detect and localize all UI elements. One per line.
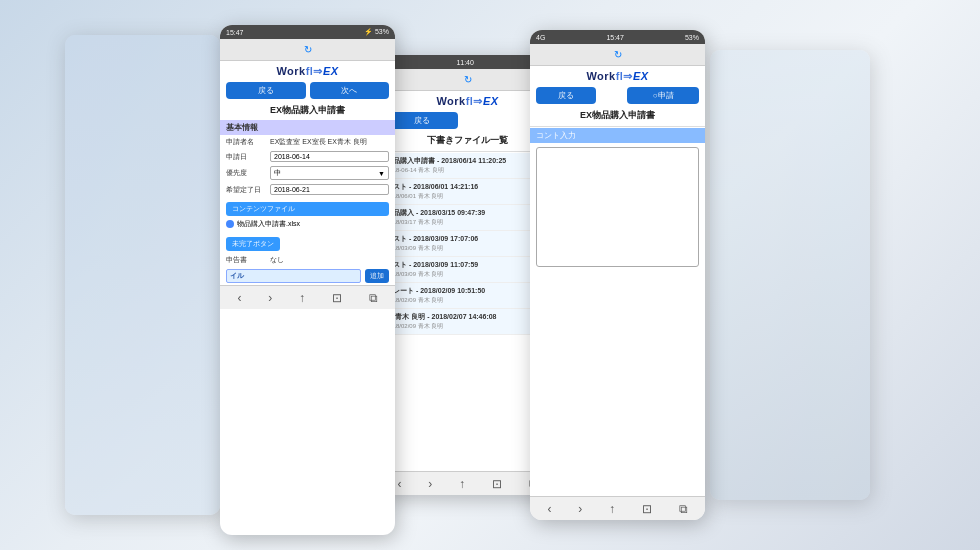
- list-item-title-1: テスト - 2018/06/01 14:21:16: [386, 182, 549, 192]
- content-tab-phone2[interactable]: コンテンツファイル: [226, 202, 389, 216]
- browser-bar-phone2: ‹ › ↑ ⊡ ⧉: [220, 285, 395, 309]
- nav-buttons-phone2: 戻る 次へ: [220, 80, 395, 101]
- forward-icon-phone4[interactable]: ›: [578, 502, 582, 516]
- app-header-phone4: Workfl⇒EX: [530, 66, 705, 85]
- status-bar-phone4: 4G 15:47 53%: [530, 30, 705, 44]
- carrier-phone2: 15:47: [226, 29, 244, 36]
- browser-bar-phone4: ‹ › ↑ ⊡ ⧉: [530, 496, 705, 520]
- next-button-phone2[interactable]: 次へ: [310, 82, 390, 99]
- add-row-phone2: イル 追加: [220, 267, 395, 285]
- list-item-title-0: 物品購入申請書 - 2018/06/14 11:20:25: [386, 156, 549, 166]
- field-deadline: 希望定了日 2018-06-21: [220, 182, 395, 197]
- page-title-phone2: EX物品購入申請書: [220, 101, 395, 120]
- list-item-2[interactable]: 物品購入 - 2018/03/15 09:47:39 2018/03/17 青木…: [380, 205, 555, 231]
- phone-form-screen: 15:47 ⚡ 53% ↻ Workfl⇒EX 戻る 次へ EX物品購入申請書 …: [220, 25, 395, 535]
- list-item-meta-5: 2018/02/09 青木 良明: [386, 296, 549, 305]
- label-applicant: 申請者名: [226, 137, 266, 147]
- back-icon-phone2[interactable]: ‹: [237, 291, 241, 305]
- nav-bar-phone3: ↻: [380, 69, 555, 91]
- share-icon-phone3[interactable]: ↑: [459, 477, 465, 491]
- forward-icon-phone2[interactable]: ›: [268, 291, 272, 305]
- tabs-icon-phone4[interactable]: ⧉: [679, 502, 688, 516]
- back-button-phone2[interactable]: 戻る: [226, 82, 306, 99]
- app-logo-phone2: Workfl⇒EX: [228, 65, 387, 78]
- reload-btn-phone2[interactable]: ↻: [304, 44, 312, 55]
- nav-buttons-phone4: 戻る ○申請: [530, 85, 705, 106]
- app-logo-phone4: Workfl⇒EX: [538, 70, 697, 83]
- list-item-meta-1: 2018/06/01 青木 良明: [386, 192, 549, 201]
- forward-icon-phone3[interactable]: ›: [428, 477, 432, 491]
- label-date: 申請日: [226, 152, 266, 162]
- status-bar-phone2: 15:47 ⚡ 53%: [220, 25, 395, 39]
- list-item-title-2: 物品購入 - 2018/03/15 09:47:39: [386, 208, 549, 218]
- phone-list-screen: 4G 11:40 92% ↻ Workfl⇒EX 戻る 下書きファイル一覧 物品…: [380, 55, 555, 495]
- incomplete-btn[interactable]: 未完了ボタン: [226, 237, 280, 251]
- time-phone3: 11:40: [456, 59, 474, 66]
- back-icon-phone3[interactable]: ‹: [397, 477, 401, 491]
- file-name-phone2: 物品購入申請書.xlsx: [237, 219, 300, 229]
- list-item-meta-4: 2018/03/09 青木 良明: [386, 270, 549, 279]
- phone-input-screen: 4G 15:47 53% ↻ Workfl⇒EX 戻る ○申請 EX物品購入申請…: [530, 30, 705, 520]
- list-item-title-4: テスト - 2018/03/09 11:07:59: [386, 260, 549, 270]
- tabs-icon-phone2[interactable]: ⧉: [369, 291, 378, 305]
- priority-value: 中: [274, 168, 281, 178]
- nav-bar-phone2: ↻: [220, 39, 395, 61]
- carrier-phone4: 4G: [536, 34, 545, 41]
- add-btn-phone2[interactable]: 追加: [365, 269, 389, 283]
- input-deadline[interactable]: 2018-06-21: [270, 184, 389, 195]
- label-deadline: 希望定了日: [226, 185, 266, 195]
- add-input-phone2[interactable]: イル: [226, 269, 361, 283]
- back-button-phone4[interactable]: 戻る: [536, 87, 596, 104]
- label-priority: 優先度: [226, 168, 266, 178]
- status-bar-phone3: 4G 11:40 92%: [380, 55, 555, 69]
- browser-bar-phone3: ‹ › ↑ ⊡ ⧉: [380, 471, 555, 495]
- list-item-4[interactable]: テスト - 2018/03/09 11:07:59 2018/03/09 青木 …: [380, 257, 555, 283]
- file-row-phone2: 物品購入申請書.xlsx: [220, 218, 395, 230]
- select-priority[interactable]: 中 ▼: [270, 166, 389, 180]
- page-title-phone4: EX物品購入申請書: [530, 106, 705, 125]
- list-item-1[interactable]: テスト - 2018/06/01 14:21:16 2018/06/01 青木 …: [380, 179, 555, 205]
- list-item-5[interactable]: プレート - 2018/02/09 10:51:50 2018/02/09 青木…: [380, 283, 555, 309]
- list-item-meta-6: 2018/02/09 青木 良明: [386, 322, 549, 331]
- apply-button-phone4[interactable]: ○申請: [627, 87, 699, 104]
- comment-label: 申告書: [226, 255, 266, 265]
- signal-phone2: ⚡ 53%: [364, 28, 389, 36]
- nav-bar-phone4: ↻: [530, 44, 705, 66]
- section-basic-phone2: 基本情報: [220, 120, 395, 135]
- textarea-phone4[interactable]: [536, 147, 699, 267]
- list-item-0[interactable]: 物品購入申請書 - 2018/06/14 11:20:25 2018-06-14…: [380, 153, 555, 179]
- comment-value: なし: [270, 255, 389, 265]
- background-phone-left: [65, 35, 220, 515]
- app-header-phone3: Workfl⇒EX: [380, 91, 555, 110]
- time-phone4: 15:47: [606, 34, 624, 41]
- field-priority: 優先度 中 ▼: [220, 164, 395, 182]
- divider-phone4: [530, 126, 705, 127]
- reload-btn-phone3[interactable]: ↻: [464, 74, 472, 85]
- list-item-meta-3: 2018/03/09 青木 良明: [386, 244, 549, 253]
- share-icon-phone4[interactable]: ↑: [609, 502, 615, 516]
- nav-buttons-phone3: 戻る: [380, 110, 555, 131]
- list-item-title-5: プレート - 2018/02/09 10:51:50: [386, 286, 549, 296]
- back-button-phone3[interactable]: 戻る: [386, 112, 458, 129]
- input-date[interactable]: 2018-06-14: [270, 151, 389, 162]
- share-icon-phone2[interactable]: ↑: [299, 291, 305, 305]
- list-container-phone3: 物品購入申請書 - 2018/06/14 11:20:25 2018-06-14…: [380, 153, 555, 335]
- list-item-6[interactable]: EX青木 良明 - 2018/02/07 14:46:08 2018/02/09…: [380, 309, 555, 335]
- reload-btn-phone4[interactable]: ↻: [614, 49, 622, 60]
- app-logo-phone3: Workfl⇒EX: [388, 95, 547, 108]
- input-section-label: コント入力: [530, 128, 705, 143]
- list-item-meta-2: 2018/03/17 青木 良明: [386, 218, 549, 227]
- book-icon-phone3[interactable]: ⊡: [492, 477, 502, 491]
- incomplete-btn-row: 未完了ボタン: [220, 230, 395, 253]
- dropdown-arrow: ▼: [378, 170, 385, 177]
- field-date: 申請日 2018-06-14: [220, 149, 395, 164]
- book-icon-phone4[interactable]: ⊡: [642, 502, 652, 516]
- book-icon-phone2[interactable]: ⊡: [332, 291, 342, 305]
- file-icon-phone2: [226, 220, 234, 228]
- back-icon-phone4[interactable]: ‹: [547, 502, 551, 516]
- list-item-3[interactable]: テスト - 2018/03/09 17:07:06 2018/03/09 青木 …: [380, 231, 555, 257]
- list-item-title-3: テスト - 2018/03/09 17:07:06: [386, 234, 549, 244]
- value-applicant: EX監査室 EX室長 EX青木 良明: [270, 137, 389, 147]
- list-item-title-6: EX青木 良明 - 2018/02/07 14:46:08: [386, 312, 549, 322]
- app-header-phone2: Workfl⇒EX: [220, 61, 395, 80]
